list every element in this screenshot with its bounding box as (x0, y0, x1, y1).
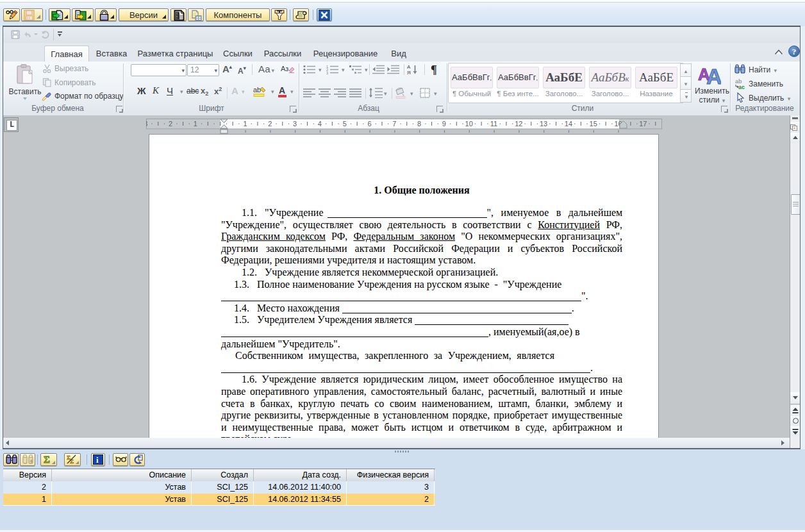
svg-text:8: 8 (417, 120, 421, 128)
svg-text:Я: Я (407, 70, 411, 75)
svg-text:3: 3 (326, 71, 328, 74)
svg-text:14: 14 (565, 120, 572, 128)
svg-text:15: 15 (590, 120, 597, 128)
svg-text:Аз: Аз (281, 65, 288, 72)
svg-text:2: 2 (268, 120, 272, 128)
svg-text:12: 12 (515, 120, 522, 128)
svg-text:13: 13 (540, 120, 547, 128)
svg-text:ac: ac (738, 84, 745, 90)
svg-text:3: 3 (293, 120, 297, 128)
svg-text:6: 6 (367, 120, 371, 128)
svg-text:1: 1 (194, 120, 197, 128)
svg-text:17: 17 (639, 120, 647, 128)
svg-text:1: 1 (243, 120, 247, 128)
svg-text:9: 9 (442, 120, 446, 128)
svg-text:5: 5 (343, 120, 347, 128)
svg-text:2: 2 (169, 120, 172, 128)
svg-text:Σ: Σ (44, 454, 50, 464)
svg-text:10: 10 (465, 120, 473, 128)
svg-text:11: 11 (490, 120, 497, 128)
svg-text:A: A (706, 64, 721, 85)
svg-text:ab: ab (253, 86, 261, 94)
svg-text:3: 3 (146, 120, 147, 128)
svg-text:7: 7 (392, 120, 396, 128)
svg-text:А: А (407, 64, 411, 70)
svg-text:4: 4 (318, 120, 322, 128)
svg-text:i: i (96, 455, 99, 465)
